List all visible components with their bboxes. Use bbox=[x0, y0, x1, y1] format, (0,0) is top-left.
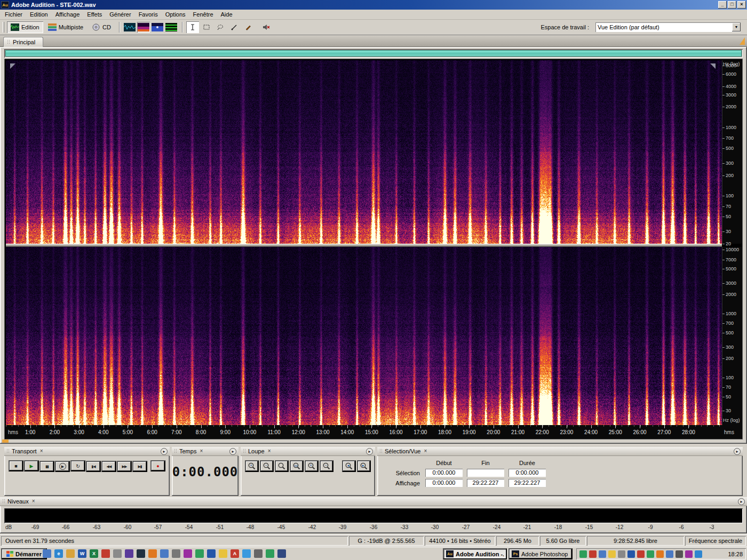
panel-grip[interactable] bbox=[174, 449, 177, 454]
stop-button[interactable]: ■ bbox=[9, 460, 23, 471]
quick-launch-icon[interactable] bbox=[160, 549, 169, 558]
quick-launch-icon[interactable]: A bbox=[231, 549, 239, 558]
panel-close-icon[interactable]: × bbox=[198, 449, 204, 454]
quick-launch-icon[interactable] bbox=[242, 549, 251, 558]
quick-launch-icon[interactable] bbox=[195, 549, 204, 558]
maximize-button[interactable]: □ bbox=[728, 1, 736, 9]
go-to-start-button[interactable]: ▮◀ bbox=[86, 461, 101, 472]
fast-forward-button[interactable]: ▶▶ bbox=[117, 461, 132, 472]
panel-close-icon[interactable]: × bbox=[31, 499, 36, 504]
menu-item-generer[interactable]: Générer bbox=[106, 10, 134, 19]
scroll-handle-left[interactable] bbox=[10, 63, 15, 69]
tray-icon[interactable] bbox=[656, 550, 664, 558]
menu-item-affichage[interactable]: Affichage bbox=[52, 10, 84, 19]
spectrogram-left-channel[interactable] bbox=[6, 60, 722, 244]
spectral-display-button[interactable] bbox=[137, 22, 150, 33]
minimize-button[interactable]: _ bbox=[718, 1, 727, 9]
taskbar-task-au[interactable]: AuAdobe Audition -... bbox=[443, 548, 507, 559]
panel-grip[interactable] bbox=[379, 449, 383, 454]
temps-panel-header[interactable]: Temps × ▸ bbox=[172, 447, 239, 456]
tray-icon[interactable] bbox=[695, 550, 702, 558]
level-meter[interactable] bbox=[4, 508, 743, 523]
zoom-in-horizontal-button[interactable]: + bbox=[245, 460, 259, 472]
loupe-panel-header[interactable]: Loupe × ▸ bbox=[241, 447, 375, 456]
start-button[interactable]: Démarrer bbox=[1, 548, 47, 559]
time-selection-tool-button[interactable] bbox=[186, 21, 199, 33]
menu-item-effets[interactable]: Effets bbox=[83, 10, 106, 19]
zoom-out-full-button[interactable] bbox=[275, 460, 289, 472]
tray-icon[interactable] bbox=[589, 550, 597, 558]
marquee-selection-tool-button[interactable] bbox=[200, 21, 213, 33]
pause-button[interactable]: ▮▮ bbox=[39, 461, 54, 472]
taskbar-task-ps[interactable]: PsAdobe Photoshop bbox=[508, 548, 573, 559]
quick-launch-icon[interactable] bbox=[254, 549, 263, 558]
tab-principal[interactable]: Principal bbox=[3, 37, 43, 47]
quick-launch-icon[interactable] bbox=[207, 549, 216, 558]
close-button[interactable]: × bbox=[737, 1, 746, 9]
panel-close-icon[interactable]: × bbox=[423, 449, 428, 454]
zoom-in-vertical-button[interactable]: + bbox=[305, 460, 319, 472]
dropdown-arrow-icon[interactable]: ▼ bbox=[732, 23, 741, 31]
menu-item-options[interactable]: Options bbox=[162, 10, 189, 19]
play-button[interactable]: ▶ bbox=[24, 460, 39, 471]
lasso-selection-tool-button[interactable] bbox=[214, 21, 227, 33]
menu-item-favoris[interactable]: Favoris bbox=[135, 10, 162, 19]
quick-launch-icon[interactable]: X bbox=[90, 549, 98, 558]
cd-mode-button[interactable]: CD bbox=[88, 21, 115, 33]
affichage-debut-field[interactable]: 0:00.000 bbox=[425, 479, 463, 487]
affichage-duree-field[interactable]: 29:22.227 bbox=[508, 479, 546, 487]
panel-menu-icon[interactable]: ▸ bbox=[734, 448, 741, 455]
play-from-cursor-button[interactable]: ▶ bbox=[55, 461, 70, 472]
scrub-tool-button[interactable] bbox=[228, 21, 241, 33]
tray-icon[interactable] bbox=[666, 550, 673, 558]
panel-menu-icon[interactable]: ▸ bbox=[229, 448, 236, 455]
quick-launch-icon[interactable] bbox=[43, 549, 51, 558]
overview-zoom-bar[interactable] bbox=[4, 49, 743, 58]
quick-launch-icon[interactable] bbox=[277, 549, 286, 558]
panel-grip[interactable] bbox=[2, 499, 5, 504]
multipiste-mode-button[interactable]: Multipiste bbox=[44, 21, 87, 33]
zoom-out-vertical-button[interactable]: − bbox=[320, 460, 333, 472]
tray-icon[interactable] bbox=[637, 550, 645, 558]
quick-launch-icon[interactable] bbox=[101, 549, 110, 558]
workspace-dropdown[interactable]: Vue Edition (par défaut) ▼ bbox=[595, 22, 741, 32]
play-looped-button[interactable]: ↻ bbox=[70, 460, 85, 471]
tray-icon[interactable] bbox=[647, 550, 654, 558]
quick-launch-icon[interactable] bbox=[172, 549, 180, 558]
tray-icon[interactable] bbox=[676, 550, 683, 558]
spectral-pan-display-button[interactable] bbox=[151, 22, 164, 33]
zoom-to-selection-button[interactable]: ▭ bbox=[290, 460, 304, 472]
phase-display-button[interactable] bbox=[165, 22, 178, 33]
quick-launch-icon[interactable] bbox=[266, 549, 274, 558]
tray-icon[interactable] bbox=[608, 550, 616, 558]
edition-mode-button[interactable]: Edition bbox=[7, 21, 43, 33]
quick-launch-icon[interactable] bbox=[125, 549, 133, 558]
quick-launch-icon[interactable] bbox=[137, 549, 145, 558]
mute-tool-button[interactable] bbox=[260, 21, 273, 33]
selection-duree-field[interactable]: 0:00.000 bbox=[508, 469, 546, 477]
quick-launch-icon[interactable] bbox=[66, 549, 75, 558]
menu-item-fichier[interactable]: Fichier bbox=[1, 10, 26, 19]
tab-grip[interactable] bbox=[7, 39, 10, 45]
panel-menu-icon[interactable]: ▸ bbox=[161, 448, 168, 455]
menu-item-edition[interactable]: Edition bbox=[26, 10, 52, 19]
panel-grip[interactable] bbox=[243, 449, 246, 454]
rewind-button[interactable]: ◀◀ bbox=[101, 461, 116, 472]
quick-launch-icon[interactable] bbox=[184, 549, 192, 558]
niveaux-panel-header[interactable]: Niveaux × ▸ bbox=[0, 497, 747, 506]
go-to-end-button[interactable]: ▶▮ bbox=[132, 461, 147, 472]
frequency-ruler-right[interactable]: 1000070005000300020001000700500300200100… bbox=[722, 247, 742, 425]
quick-launch-icon[interactable] bbox=[148, 549, 157, 558]
selection-fin-field[interactable] bbox=[467, 469, 504, 477]
spectrogram-right-channel[interactable] bbox=[6, 247, 722, 425]
quick-launch-icon[interactable]: W bbox=[78, 549, 86, 558]
tray-icon[interactable] bbox=[599, 550, 606, 558]
overview-range[interactable] bbox=[5, 50, 742, 57]
quick-launch-icon[interactable] bbox=[219, 549, 227, 558]
zoom-left-edge-button[interactable]: ◂ bbox=[342, 460, 356, 472]
waveform-display-button[interactable] bbox=[123, 22, 136, 33]
toolbar-grip[interactable] bbox=[3, 22, 4, 33]
frequency-ruler-left[interactable]: 8000600040003000200010007005003002001007… bbox=[722, 60, 742, 244]
tray-icon[interactable] bbox=[579, 550, 587, 558]
panel-close-icon[interactable]: × bbox=[39, 449, 44, 454]
